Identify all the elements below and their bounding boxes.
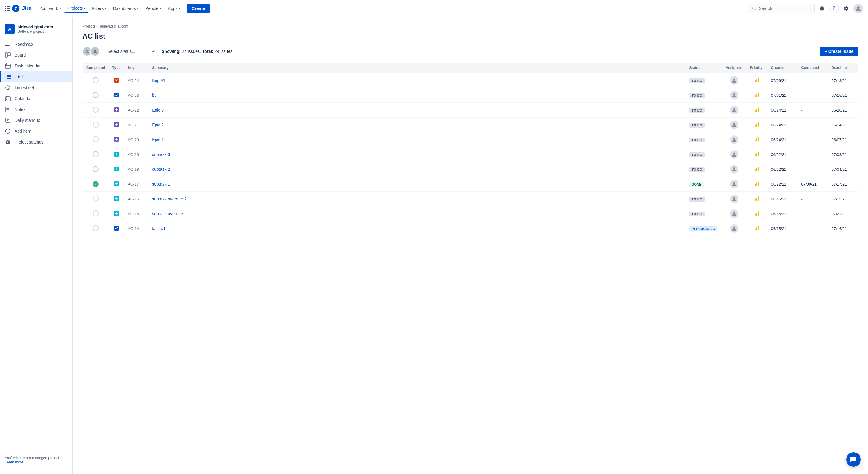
issue-summary-link[interactable]: Epic 2 [152, 123, 164, 127]
sidebar-item-board[interactable]: Board [0, 49, 72, 61]
issue-summary-link[interactable]: Epic 1 [152, 137, 164, 142]
deadline-date: 06/14/21 [832, 123, 847, 127]
nav-link-dashboards[interactable]: Dashboards ▾ [110, 4, 142, 13]
status-badge: TO DO [689, 93, 705, 98]
competed-date: - [801, 212, 803, 216]
project-avatar: A [5, 24, 14, 34]
table-row: AC-24Bug #1TO DO 07/06/21-07/13/21 [83, 73, 858, 88]
issue-key: AC-23 [128, 93, 139, 98]
settings-icon [5, 139, 11, 145]
showing-text: Showing: 24 issues. Total: 24 issues. [162, 49, 234, 54]
nav-link-people[interactable]: People ▾ [142, 4, 164, 13]
create-issue-button[interactable]: + Create issue [820, 46, 858, 56]
nav-link-your-work[interactable]: Your work ▾ [36, 4, 64, 13]
assignee-filter-avatars[interactable] [82, 46, 100, 56]
deadline-date: 07/15/21 [832, 93, 847, 98]
created-date: 06/15/21 [771, 197, 786, 201]
complete-checkbox[interactable] [93, 166, 99, 172]
chat-bubble[interactable] [846, 452, 861, 467]
grid-icon[interactable] [5, 6, 10, 11]
complete-checkbox[interactable] [93, 122, 99, 128]
sidebar-item-notes[interactable]: Notes [0, 104, 72, 115]
issue-summary-link[interactable]: subtask 3 [152, 152, 170, 157]
sidebar-item-list[interactable]: List [0, 71, 72, 82]
page-title: AC list [82, 32, 858, 40]
deadline-date: 07/03/21 [832, 153, 847, 157]
table-row: AC-23buiTO DO 07/01/21-07/15/21 [83, 88, 858, 103]
complete-checkbox[interactable] [93, 77, 99, 83]
issue-key: AC-18 [128, 167, 139, 172]
sidebar-item-daily-standup[interactable]: Daily standup [0, 115, 72, 126]
search-input[interactable] [759, 6, 811, 11]
assignee-avatar [730, 209, 739, 218]
th-assignee: Assignee [722, 63, 746, 73]
sidebar-item-add-item[interactable]: Add item [0, 126, 72, 137]
breadcrumb-project-name[interactable]: aldevadigital.com [100, 24, 128, 28]
th-created: Created [768, 63, 798, 73]
competed-date: - [801, 108, 803, 112]
issue-type-icon [114, 138, 119, 143]
create-button[interactable]: Create [187, 4, 210, 13]
complete-checkbox[interactable] [93, 196, 99, 202]
issue-key: AC-22 [128, 108, 139, 112]
nav-link-filters[interactable]: Filters ▾ [89, 4, 109, 13]
complete-checkbox[interactable] [93, 225, 99, 231]
notifications-button[interactable] [817, 4, 827, 13]
sidebar-item-task-calendar[interactable]: Task calendar [0, 61, 72, 71]
table-row: AC-18subtask 2TO DO 06/22/21-07/04/21 [83, 162, 858, 177]
sidebar-item-roadmap[interactable]: Roadmap [0, 39, 72, 49]
competed-date: - [801, 227, 803, 231]
search-box[interactable] [748, 4, 815, 13]
nav-logo[interactable]: Jira [5, 4, 31, 13]
assignee-avatar [730, 121, 739, 129]
sidebar-footer: You're in a team-managed project Learn m… [0, 451, 72, 469]
issue-summary-link[interactable]: Bug #1 [152, 78, 165, 83]
nav-link-apps[interactable]: Apps ▾ [165, 4, 183, 13]
breadcrumb-projects[interactable]: Projects [82, 24, 95, 28]
complete-checkbox[interactable] [93, 210, 99, 216]
sidebar-item-project-settings[interactable]: Project settings [0, 137, 72, 147]
help-button[interactable]: ? [829, 4, 839, 13]
sidebar-item-label: Calendar [14, 96, 32, 101]
svg-rect-3 [8, 53, 10, 56]
issue-summary-link[interactable]: subtask overdue 2 [152, 197, 186, 201]
complete-checkbox[interactable] [93, 92, 99, 98]
status-filter-select[interactable]: Select status... TO DO IN PROGRESS DONE [103, 47, 158, 56]
svg-rect-9 [6, 118, 10, 123]
table-row: AC-16subtask overdue 2TO DO 06/15/21-07/… [83, 192, 858, 206]
avatar-2[interactable] [90, 46, 100, 56]
nav-link-projects[interactable]: Projects ▾ [64, 4, 89, 13]
svg-rect-6 [5, 97, 10, 101]
th-status: Status [686, 63, 722, 73]
issue-summary-link[interactable]: bui [152, 93, 158, 98]
issue-summary-link[interactable]: subtask 1 [152, 182, 170, 187]
completed-checkbox[interactable]: ✓ [93, 181, 99, 187]
complete-checkbox[interactable] [93, 136, 99, 142]
settings-button[interactable] [841, 4, 851, 13]
issue-summary-link[interactable]: Epic 3 [152, 108, 164, 112]
status-badge: TO DO [689, 167, 705, 172]
complete-checkbox[interactable] [93, 107, 99, 113]
th-deadline: Deadline [828, 63, 858, 73]
complete-checkbox[interactable] [93, 151, 99, 157]
assignee-avatar [730, 106, 739, 114]
user-icon [855, 5, 861, 11]
add-icon [5, 128, 11, 134]
toolbar: Select status... TO DO IN PROGRESS DONE … [82, 46, 858, 56]
sidebar-item-timesheet[interactable]: Timesheet [0, 82, 72, 93]
user-avatar[interactable] [854, 4, 863, 13]
project-info: aldevadigital.com Software project [18, 25, 53, 34]
th-priority: Priority [746, 63, 768, 73]
issue-summary-link[interactable]: subtask 2 [152, 167, 170, 172]
notes-icon [5, 106, 11, 112]
issue-summary-link[interactable]: subtask overdue [152, 211, 183, 216]
footer-learn-more-link[interactable]: Learn more [5, 460, 23, 464]
issue-summary-link[interactable]: task #1 [152, 226, 165, 231]
sidebar-item-calendar[interactable]: Calendar [0, 93, 72, 104]
bell-icon [819, 6, 825, 11]
table-row: ✓AC-17subtask 1DONE 06/22/2107/09/2107/1… [83, 177, 858, 192]
status-badge: TO DO [689, 212, 705, 216]
table-row: AC-20Epic 1TO DO 06/24/21-06/07/21 [83, 132, 858, 147]
chevron-down-icon: ▾ [84, 6, 85, 10]
issue-key: AC-14 [128, 227, 139, 231]
